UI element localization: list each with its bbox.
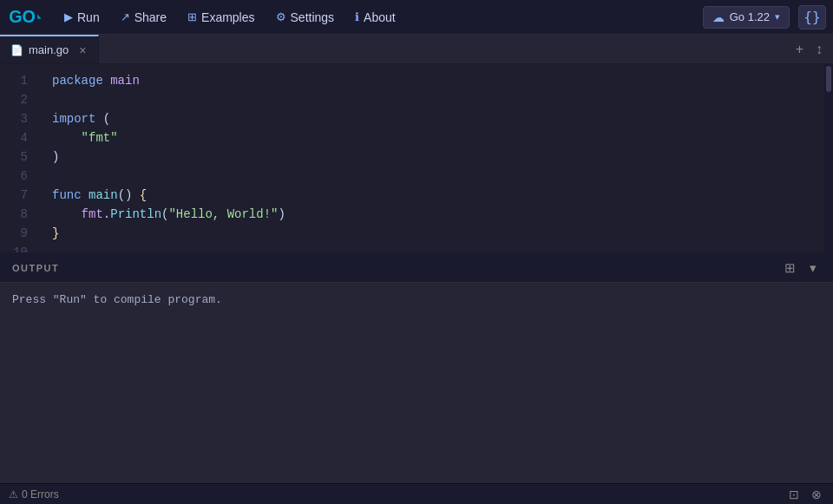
code-line-9: } <box>52 224 814 243</box>
format-button[interactable]: {} <box>798 5 826 29</box>
code-line-3: import ( <box>52 109 814 128</box>
output-header: OUTPUT ⊞ ▾ <box>0 253 833 283</box>
output-area: OUTPUT ⊞ ▾ Press "Run" to compile progra… <box>0 252 833 483</box>
code-line-6 <box>52 167 814 186</box>
output-content: Press "Run" to compile program. <box>0 283 833 483</box>
file-icon: 📄 <box>10 44 23 56</box>
go-logo: GO <box>7 5 45 29</box>
add-tab-button[interactable]: + <box>792 40 807 59</box>
expand-output-button[interactable]: ▾ <box>805 259 821 278</box>
version-label: Go 1.22 <box>730 10 770 23</box>
errors-label: 0 Errors <box>22 488 59 501</box>
tab-actions: + ↕ <box>792 35 833 63</box>
line-numbers: 12345678910 <box>0 64 42 252</box>
code-line-7: func main() { <box>52 186 814 205</box>
examples-icon: ⊞ <box>187 10 197 23</box>
code-line-8: fmt.Println("Hello, World!") <box>52 205 814 224</box>
settings-label: Settings <box>291 10 335 24</box>
version-selector[interactable]: ☁ Go 1.22 ▾ <box>703 6 790 29</box>
run-button[interactable]: ▶ Run <box>56 6 108 29</box>
errors-status[interactable]: ⚠ 0 Errors <box>9 488 59 501</box>
error-icon: ⚠ <box>9 488 18 501</box>
tab-main-go[interactable]: 📄 main.go × <box>0 35 99 63</box>
about-button[interactable]: ℹ About <box>346 6 404 29</box>
examples-button[interactable]: ⊞ Examples <box>179 6 263 29</box>
settings-button[interactable]: ⚙ Settings <box>267 6 344 29</box>
examples-label: Examples <box>201 10 254 24</box>
sort-tabs-button[interactable]: ↕ <box>812 40 826 59</box>
svg-text:GO: GO <box>9 7 36 26</box>
status-screen-icon[interactable]: ⊡ <box>786 488 802 501</box>
share-label: Share <box>134 10 167 24</box>
run-label: Run <box>77 10 100 24</box>
tab-bar: 📄 main.go × + ↕ <box>0 35 833 64</box>
tab-filename: main.go <box>29 43 69 56</box>
code-line-2 <box>52 90 814 109</box>
about-label: About <box>364 10 396 24</box>
braces-icon: {} <box>803 9 820 25</box>
code-editor: 12345678910 package mainimport ( "fmt")f… <box>0 64 833 252</box>
output-label: OUTPUT <box>12 263 59 273</box>
code-line-1: package main <box>52 71 814 90</box>
share-icon: ↗ <box>121 10 130 23</box>
status-bar: ⚠ 0 Errors ⊡ ⊗ <box>0 483 833 504</box>
cloud-icon: ☁ <box>712 10 725 24</box>
scrollbar-thumb[interactable] <box>826 66 831 92</box>
tab-close-button[interactable]: × <box>77 44 88 56</box>
code-line-5: ) <box>52 147 814 167</box>
code-content[interactable]: package mainimport ( "fmt")func main() {… <box>42 64 824 252</box>
settings-icon: ⚙ <box>276 10 286 23</box>
top-nav: GO ▶ Run ↗ Share ⊞ Examples ⚙ Settings ℹ… <box>0 0 833 35</box>
editor-container: 📄 main.go × + ↕ 12345678910 package main… <box>0 35 833 252</box>
split-view-button[interactable]: ⊞ <box>780 259 800 278</box>
chevron-down-icon: ▾ <box>775 11 780 23</box>
output-text: Press "Run" to compile program. <box>12 293 222 306</box>
code-line-10 <box>52 243 814 252</box>
about-icon: ℹ <box>355 10 359 23</box>
share-button[interactable]: ↗ Share <box>112 6 175 29</box>
code-line-4: "fmt" <box>52 128 814 147</box>
status-right: ⊡ ⊗ <box>786 488 824 501</box>
vertical-scrollbar[interactable] <box>824 64 833 252</box>
status-github-icon[interactable]: ⊗ <box>809 488 824 501</box>
output-controls: ⊞ ▾ <box>780 259 821 278</box>
run-icon: ▶ <box>64 10 73 23</box>
